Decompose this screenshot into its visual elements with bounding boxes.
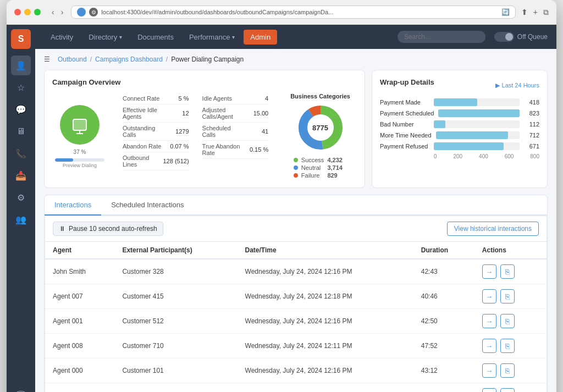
queue-label: Off Queue bbox=[517, 33, 548, 41]
tabs-bar: Interactions Scheduled Interactions bbox=[45, 195, 547, 216]
forward-button[interactable]: › bbox=[59, 7, 66, 18]
stat-outbound-lines: Outbound Lines 128 (512) bbox=[123, 152, 189, 170]
table-row: Agent 001 Customer 512 Wednesday, July 2… bbox=[45, 309, 547, 334]
legend-success: Success 4,232 bbox=[294, 157, 347, 163]
cell-agent: Agent 008 bbox=[45, 334, 114, 358]
breadcrumb-campaigns-dashboard[interactable]: Campaigns Dashboard bbox=[95, 56, 163, 63]
view-historical-button[interactable]: View historical interactions bbox=[447, 222, 539, 236]
menu-icon[interactable]: ☰ bbox=[44, 56, 50, 63]
legend: Success 4,232 Neutral 3,714 bbox=[294, 157, 347, 180]
wrapup-bar-container bbox=[436, 131, 520, 139]
arrow-action-icon[interactable]: → bbox=[482, 289, 496, 303]
queue-toggle: Off Queue bbox=[494, 32, 548, 42]
cell-agent: John Smith bbox=[45, 259, 114, 284]
wrapup-item-value: 671 bbox=[524, 143, 539, 150]
stat-outstanding-calls: Outstanding Calls 1279 bbox=[123, 123, 189, 141]
pause-icon: ⏸ bbox=[59, 225, 65, 233]
copy-action-icon[interactable]: ⎘ bbox=[500, 314, 515, 328]
nav-documents[interactable]: Documents bbox=[131, 30, 180, 45]
wrapup-item-value: 712 bbox=[524, 132, 539, 139]
sidebar-item-users[interactable]: 👥 bbox=[11, 209, 31, 229]
stat-effective-idle: Effective Idle Agents 12 bbox=[123, 104, 189, 123]
nav-directory[interactable]: Directory ▾ bbox=[82, 30, 129, 45]
wrapup-item-label: Payment Scheduled bbox=[380, 110, 434, 117]
table-row: Agent 000 Customer 101 Wednesday, July 2… bbox=[45, 358, 547, 383]
sidebar: S 👤 ☆ 💬 🖥 📞 📥 ⚙ 👥 ? bbox=[7, 25, 35, 392]
business-cat-title: Business Categories bbox=[290, 93, 350, 100]
copy-action-icon[interactable]: ⎘ bbox=[500, 264, 515, 279]
fullscreen-button[interactable] bbox=[34, 9, 41, 15]
main-area: Activity Directory ▾ Documents Performan… bbox=[35, 25, 556, 392]
tab-interactions[interactable]: Interactions bbox=[45, 195, 101, 216]
pause-refresh-button[interactable]: ⏸ Pause 10 second auto-refresh bbox=[53, 222, 163, 236]
nav-buttons: ‹ › bbox=[49, 7, 65, 18]
search-input[interactable] bbox=[398, 31, 485, 43]
url-text: localhost:4300/dev/#/admin/outbound/dash… bbox=[101, 9, 498, 15]
wrapup-axis: 0 200 400 600 800 bbox=[380, 153, 539, 159]
traffic-lights bbox=[14, 9, 41, 15]
copy-action-icon[interactable]: ⎘ bbox=[500, 363, 515, 378]
queue-toggle-switch[interactable] bbox=[494, 32, 514, 42]
arrow-action-icon[interactable]: → bbox=[482, 388, 496, 392]
arrow-action-icon[interactable]: → bbox=[482, 363, 496, 378]
copy-action-icon[interactable]: ⎘ bbox=[500, 339, 515, 353]
sidebar-item-settings[interactable]: ⚙ bbox=[11, 187, 31, 207]
nav-admin[interactable]: Admin bbox=[244, 30, 277, 45]
campaign-overview-title: Campaign Overview bbox=[52, 78, 357, 86]
close-button[interactable] bbox=[14, 9, 21, 15]
wrapup-bar-container bbox=[438, 109, 520, 117]
campaign-overview-body: 37 % Preview Dialing bbox=[52, 93, 357, 180]
chevron-down-icon: ▾ bbox=[119, 34, 122, 40]
tabs-section: Interactions Scheduled Interactions ⏸ Pa… bbox=[44, 195, 548, 392]
wrapup-bar-container bbox=[434, 98, 520, 106]
sidebar-item-inbox[interactable]: 📥 bbox=[11, 165, 31, 185]
sidebar-item-star[interactable]: ☆ bbox=[11, 78, 31, 97]
campaign-stats: Connect Rate 5 % Effective Idle Agents 1… bbox=[116, 93, 275, 180]
address-bar[interactable]: ⚙ localhost:4300/dev/#/admin/outbound/da… bbox=[71, 5, 515, 19]
stat-idle-agents: Idle Agents 4 bbox=[202, 93, 269, 104]
logo: S bbox=[11, 29, 31, 49]
donut-chart: 8775 bbox=[296, 103, 345, 152]
breadcrumb-outbound[interactable]: Outbound bbox=[58, 56, 87, 63]
copy-icon[interactable]: ⧉ bbox=[543, 8, 549, 17]
back-button[interactable]: ‹ bbox=[49, 7, 57, 18]
cell-actions: → ⎘ bbox=[474, 284, 547, 309]
sidebar-item-chat[interactable]: 💬 bbox=[11, 100, 31, 119]
minimize-button[interactable] bbox=[24, 9, 31, 15]
wrapup-item-label: More Time Needed bbox=[380, 132, 432, 139]
col-duration: Duration bbox=[413, 242, 474, 259]
tab-scheduled-interactions[interactable]: Scheduled Interactions bbox=[101, 195, 194, 216]
addressbar-actions: 🔄 bbox=[501, 8, 510, 16]
chevron-down-icon: ▾ bbox=[232, 34, 235, 40]
wrapup-item-value: 823 bbox=[524, 110, 539, 117]
sidebar-item-phone[interactable]: 📞 bbox=[11, 143, 31, 163]
wrapup-row: Payment Made 418 bbox=[380, 98, 539, 106]
cell-participant: Customer 512 bbox=[114, 309, 237, 334]
stats-right-col: Idle Agents 4 Adjusted Calls/Agent 15.00… bbox=[196, 93, 275, 180]
wrapup-bar-container bbox=[434, 142, 520, 150]
copy-action-icon[interactable]: ⎘ bbox=[500, 289, 515, 303]
cell-actions: → ⎘ bbox=[474, 334, 547, 358]
arrow-action-icon[interactable]: → bbox=[482, 264, 496, 279]
stat-adjusted-calls: Adjusted Calls/Agent 15.00 bbox=[202, 104, 269, 123]
nav-performance[interactable]: Performance ▾ bbox=[183, 30, 241, 45]
interactions-tbody: John Smith Customer 328 Wednesday, July … bbox=[45, 259, 547, 392]
sidebar-item-screen[interactable]: 🖥 bbox=[11, 122, 31, 141]
col-participant: External Participant(s) bbox=[114, 242, 237, 259]
table-row: Agent 008 Customer 710 Wednesday, July 2… bbox=[45, 334, 547, 358]
cell-participant: Customer 415 bbox=[114, 284, 237, 309]
newtab-icon[interactable]: + bbox=[533, 8, 538, 17]
share-icon[interactable]: ⬆ bbox=[521, 8, 528, 17]
copy-action-icon[interactable]: ⎘ bbox=[500, 388, 515, 392]
svg-rect-0 bbox=[73, 119, 86, 130]
table-row: Agent 202 Customer 108 Wednesday, July 2… bbox=[45, 383, 547, 393]
nav-activity[interactable]: Activity bbox=[44, 30, 80, 45]
wrapup-bar-fill bbox=[434, 120, 445, 128]
col-datetime: Date/Time bbox=[238, 242, 413, 259]
arrow-action-icon[interactable]: → bbox=[482, 314, 496, 328]
sidebar-item-avatar[interactable]: 👤 bbox=[11, 56, 31, 75]
arrow-action-icon[interactable]: → bbox=[482, 339, 496, 353]
business-categories: Business Categories bbox=[284, 93, 357, 180]
wrapup-item-label: Payment Refused bbox=[380, 143, 429, 150]
cell-participant: Customer 328 bbox=[114, 259, 237, 284]
